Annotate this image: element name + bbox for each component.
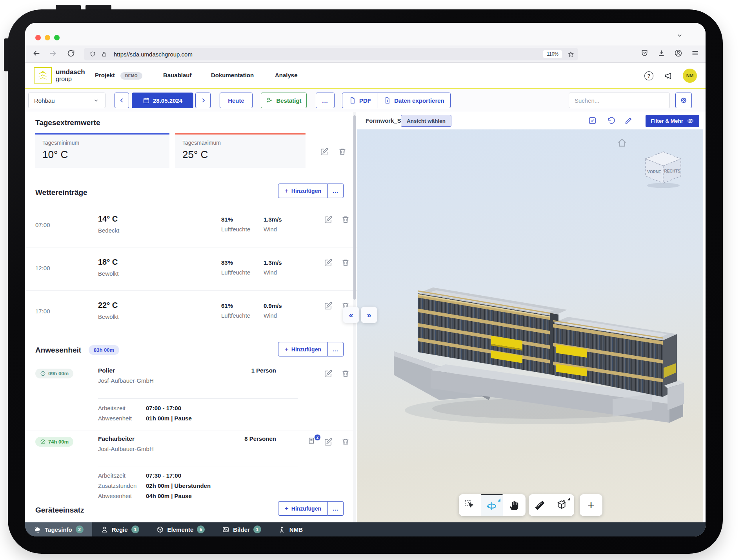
tab-label: NMB — [289, 526, 303, 533]
orbit-tool-button[interactable] — [481, 494, 503, 516]
back-icon[interactable] — [32, 49, 42, 59]
download-icon[interactable] — [657, 49, 666, 57]
account-icon[interactable] — [674, 49, 682, 57]
edit-icon[interactable] — [320, 147, 330, 158]
lock-icon — [101, 51, 107, 58]
address-bar[interactable]: https//sda.umdaschgroup.com 110% — [84, 48, 578, 60]
min-value: 10° C — [42, 149, 162, 161]
plus-icon: + — [285, 345, 289, 353]
building-model-3d — [393, 250, 686, 427]
cube-right-label: RECHTS — [664, 169, 680, 173]
next-day-button[interactable] — [195, 93, 211, 108]
previous-day-button[interactable] — [115, 93, 129, 108]
user-avatar[interactable]: NM — [683, 69, 697, 83]
edit-icon[interactable] — [324, 258, 334, 269]
phase-select[interactable]: Rohbau — [28, 93, 105, 108]
minimize-window-button[interactable] — [45, 35, 50, 40]
cube-icon — [156, 526, 164, 533]
weather-wind-label: Wind — [264, 312, 277, 319]
nav-item-analyse[interactable]: Analyse — [275, 72, 298, 78]
weather-wind: 1.3m/s — [264, 259, 282, 266]
nav-item-projekt[interactable]: Projekt — [95, 72, 115, 78]
pdf-export-button[interactable]: PDF — [342, 93, 378, 108]
notes-icon[interactable]: 2 — [307, 437, 319, 449]
add-attendance-button[interactable]: +Hinzufügen — [278, 342, 328, 356]
add-equipment-button[interactable]: +Hinzufügen — [278, 501, 328, 516]
tab-bilder[interactable]: Bilder 1 — [213, 522, 270, 536]
expand-panel-button[interactable]: » — [361, 307, 377, 323]
surveyor-icon — [278, 526, 286, 533]
weather-time: 17:00 — [35, 308, 50, 315]
select-tool-button[interactable] — [459, 494, 481, 516]
edit-icon[interactable] — [324, 215, 334, 225]
close-window-button[interactable] — [35, 35, 41, 40]
delete-icon[interactable] — [341, 258, 351, 269]
date-picker-button[interactable]: 28.05.2024 — [132, 93, 193, 108]
measure-tool-button[interactable] — [529, 494, 551, 516]
umdasch-logo[interactable]: umdasch group — [34, 67, 85, 84]
clock-icon — [40, 371, 46, 376]
app-toolbar: Rohbau 28.05.2024 Heute Bestätigt ... — [25, 89, 706, 112]
equipment-more-button[interactable]: ... — [328, 501, 344, 516]
tab-tagesinfo[interactable]: Tagesinfo 2 — [25, 522, 92, 536]
window-titlebar — [25, 23, 706, 45]
delete-icon[interactable] — [341, 215, 351, 225]
scrollbar-thumb[interactable] — [353, 115, 356, 300]
confirmed-button[interactable]: Bestätigt — [261, 93, 307, 108]
tool-options-indicator — [567, 497, 570, 500]
megaphone-icon[interactable] — [664, 71, 673, 80]
search-input[interactable] — [575, 97, 664, 104]
edit-icon[interactable] — [324, 302, 334, 312]
add-tool-button[interactable]: + — [580, 494, 602, 516]
forward-icon[interactable] — [49, 49, 59, 59]
filter-more-button[interactable]: Filter & Mehr — [646, 115, 699, 127]
chevron-down-icon[interactable] — [676, 31, 684, 41]
weather-more-button[interactable]: ... — [328, 184, 344, 198]
nav-item-bauablauf[interactable]: Bauablauf — [163, 72, 192, 78]
today-button[interactable]: Heute — [220, 93, 253, 108]
reload-icon[interactable] — [67, 49, 77, 59]
tracking-protection-icon[interactable] — [640, 49, 649, 57]
section-box-tool-button[interactable] — [551, 494, 573, 516]
model-viewport-3d[interactable]: VORNE RECHTS — [357, 129, 703, 522]
tab-elemente[interactable]: Elemente 5 — [148, 522, 214, 536]
bookmark-star-icon[interactable] — [567, 51, 574, 58]
menu-hamburger-icon[interactable] — [691, 49, 699, 57]
page-zoom-indicator[interactable]: 110% — [543, 50, 562, 58]
weather-row: 07:00 14° C Bedeckt 81% Luftfeuchte 1.3m… — [25, 204, 357, 247]
section-title-equipment: Geräteeinsatz — [35, 506, 84, 515]
home-view-icon[interactable] — [617, 137, 628, 148]
pan-tool-button[interactable] — [503, 494, 525, 516]
image-icon — [222, 526, 229, 533]
delete-icon[interactable] — [341, 369, 351, 380]
browser-window: https//sda.umdaschgroup.com 110% — [25, 23, 706, 536]
window-controls[interactable] — [35, 35, 60, 40]
attendance-more-button[interactable]: ... — [328, 342, 344, 356]
collapse-panel-button[interactable]: « — [343, 307, 359, 323]
nav-item-dokumentation[interactable]: Dokumentation — [211, 72, 254, 78]
detail-label: Abwesenheit — [98, 493, 132, 499]
navigation-cube[interactable]: VORNE RECHTS — [639, 148, 687, 189]
pdf-file-icon — [349, 97, 356, 104]
equipment-add-group: +Hinzufügen ... — [278, 501, 344, 516]
browser-actions — [640, 49, 699, 57]
delete-icon[interactable] — [338, 147, 348, 158]
tab-regie[interactable]: Regie 1 — [92, 522, 148, 536]
edit-icon[interactable] — [324, 369, 334, 380]
add-weather-button[interactable]: +Hinzufügen — [278, 184, 328, 198]
tab-nmb[interactable]: NMB — [270, 522, 311, 536]
edit-icon[interactable] — [324, 438, 334, 448]
choose-view-button[interactable]: Ansicht wählen — [401, 115, 451, 127]
toolbar-more-button[interactable]: ... — [316, 93, 335, 108]
checkbox-icon[interactable] — [588, 116, 597, 125]
undo-icon[interactable] — [607, 116, 616, 125]
maximize-window-button[interactable] — [54, 35, 60, 40]
search-field[interactable] — [569, 93, 670, 108]
weather-wind-label: Wind — [264, 269, 277, 276]
delete-icon[interactable] — [341, 438, 351, 448]
marker-pen-icon[interactable] — [624, 116, 633, 125]
data-export-button[interactable]: Daten exportieren — [378, 93, 451, 108]
help-icon[interactable]: ? — [644, 71, 653, 80]
weather-temp: 14° C — [98, 215, 118, 224]
settings-gear-button[interactable] — [675, 93, 692, 108]
